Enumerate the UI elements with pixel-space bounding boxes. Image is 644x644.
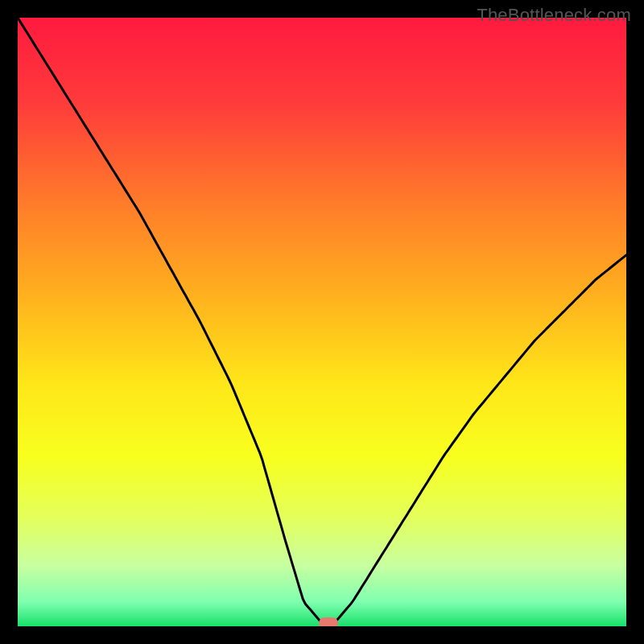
- optimal-point-marker: [319, 617, 338, 626]
- gradient-background: [18, 18, 626, 626]
- chart-svg: [18, 18, 626, 626]
- watermark-text: TheBottleneck.com: [477, 5, 631, 26]
- chart-frame: TheBottleneck.com: [0, 0, 644, 644]
- plot-area: [18, 18, 626, 626]
